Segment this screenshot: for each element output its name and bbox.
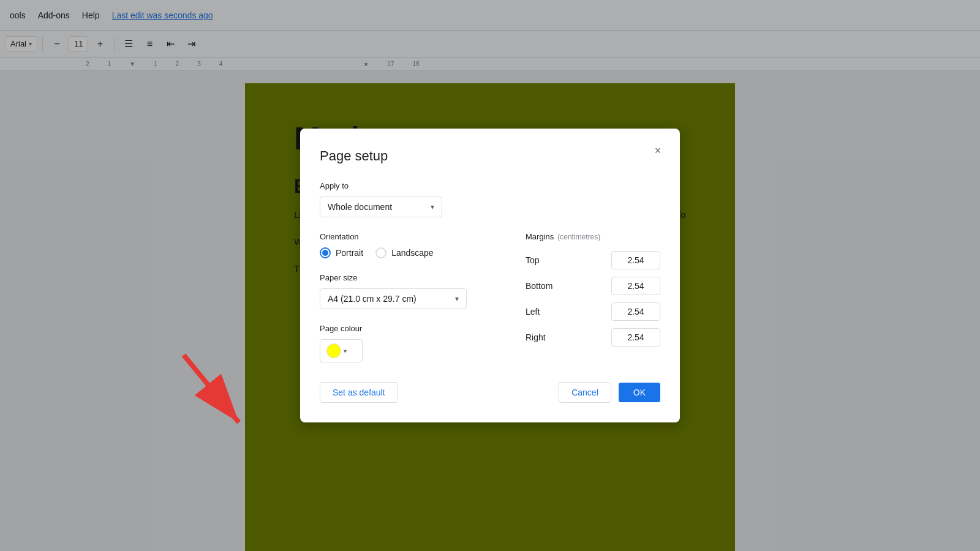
margins-unit: (centimetres) (557, 233, 600, 241)
margin-top-input[interactable] (611, 251, 660, 269)
paper-size-value: A4 (21.0 cm x 29.7 cm) (328, 294, 417, 304)
paper-size-label: Paper size (320, 273, 501, 282)
landscape-label: Landscape (391, 248, 434, 258)
ok-button[interactable]: OK (619, 383, 660, 402)
margin-top-row: Top (526, 251, 660, 269)
portrait-radio[interactable] (320, 247, 331, 258)
apply-to-dropdown[interactable]: Whole document ▾ (320, 197, 442, 217)
apply-to-section: Apply to Whole document ▾ (320, 181, 660, 217)
margin-right-row: Right (526, 328, 660, 347)
margin-bottom-label: Bottom (526, 281, 562, 291)
paper-size-dropdown[interactable]: A4 (21.0 cm x 29.7 cm) ▾ (320, 288, 467, 309)
portrait-label: Portrait (336, 248, 363, 258)
modal-overlay: Page setup × Apply to Whole document ▾ O… (0, 0, 980, 551)
page-colour-label: Page colour (320, 324, 501, 333)
apply-to-arrow: ▾ (431, 203, 434, 211)
paper-size-section: Paper size A4 (21.0 cm x 29.7 cm) ▾ (320, 273, 501, 309)
margin-right-input[interactable] (611, 328, 660, 347)
cancel-button[interactable]: Cancel (559, 382, 611, 403)
dialog-left-column: Orientation Portrait Landscape (320, 232, 501, 362)
dialog-columns: Orientation Portrait Landscape (320, 232, 660, 362)
colour-arrow: ▾ (344, 348, 347, 354)
colour-circle (326, 343, 341, 358)
paper-size-arrow: ▾ (455, 294, 459, 303)
orientation-section: Orientation Portrait Landscape (320, 232, 501, 258)
page-colour-button[interactable]: ▾ (320, 339, 363, 362)
margin-left-input[interactable] (611, 302, 660, 321)
landscape-option[interactable]: Landscape (375, 247, 434, 258)
dialog-title: Page setup (320, 148, 660, 164)
page-setup-dialog: Page setup × Apply to Whole document ▾ O… (300, 129, 680, 422)
radio-group-orientation: Portrait Landscape (320, 247, 501, 258)
orientation-label: Orientation (320, 232, 501, 241)
portrait-option[interactable]: Portrait (320, 247, 363, 258)
landscape-radio[interactable] (375, 247, 386, 258)
margin-bottom-input[interactable] (611, 277, 660, 295)
margins-section: Margins (centimetres) Top Bottom Left Ri… (526, 232, 660, 362)
margin-left-label: Left (526, 307, 562, 317)
margin-top-label: Top (526, 255, 562, 265)
set-as-default-button[interactable]: Set as default (320, 382, 398, 403)
margins-title: Margins (526, 232, 554, 241)
apply-to-label: Apply to (320, 181, 660, 190)
dialog-footer: Set as default Cancel OK (320, 382, 660, 403)
margins-header: Margins (centimetres) (526, 232, 660, 241)
page-colour-section: Page colour ▾ (320, 324, 501, 362)
close-button[interactable]: × (648, 141, 668, 160)
apply-to-value: Whole document (328, 202, 392, 212)
margin-bottom-row: Bottom (526, 277, 660, 295)
margin-right-label: Right (526, 332, 562, 342)
margin-left-row: Left (526, 302, 660, 321)
